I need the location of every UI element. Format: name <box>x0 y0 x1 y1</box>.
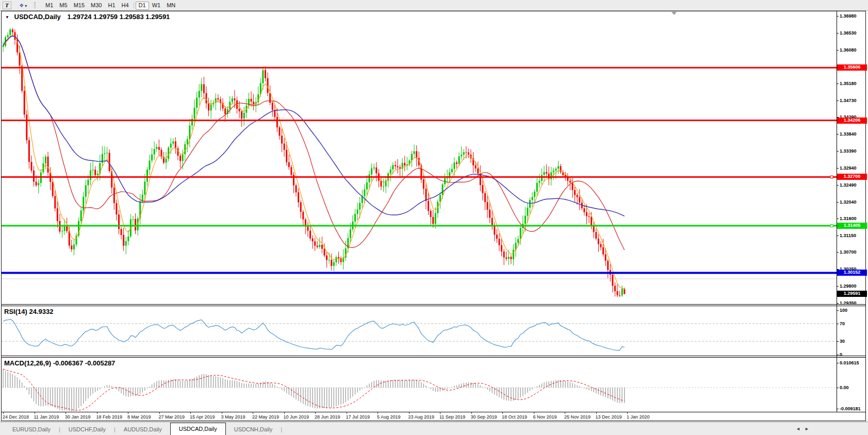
date-tick-mark <box>97 412 97 414</box>
price-tick-label: 1.29350 <box>840 300 867 306</box>
price-tick-label: 1.34730 <box>840 98 867 103</box>
timeframe-button-h4[interactable]: H4 <box>119 2 132 9</box>
date-label[interactable]: 8 Mar 2019 <box>127 414 151 420</box>
rsi-tick-mark <box>837 310 839 311</box>
timeframe-button-m30[interactable]: M30 <box>88 2 105 9</box>
timeframe-button-m1[interactable]: M1 <box>42 2 56 9</box>
timeframe-button-mn[interactable]: MN <box>163 2 178 9</box>
price-tick-mark <box>837 286 839 287</box>
chevron-down-icon[interactable]: ▾ <box>25 4 27 8</box>
macd-canvas[interactable] <box>2 358 837 412</box>
ohlc-high: 1.29759 <box>93 13 118 21</box>
pane-separator[interactable] <box>2 357 866 358</box>
toolbar-gripper <box>34 2 36 8</box>
date-label[interactable]: 10 Jun 2019 <box>284 414 309 420</box>
rsi-tick-label: 100 <box>840 308 867 313</box>
tab-usdchf[interactable]: USDCHF,Daily <box>60 424 114 435</box>
price-line-label: 1.30152 <box>837 270 867 276</box>
date-label[interactable]: 6 Nov 2019 <box>533 414 557 420</box>
tab-scroll-right-icon[interactable]: ► <box>805 427 809 431</box>
price-tick-mark <box>837 168 839 169</box>
timeframe-button-group: M1M5M15M30H1H4D1W1MN <box>42 0 178 9</box>
price-tick-label: 1.33840 <box>840 131 867 137</box>
date-label[interactable]: 22 May 2019 <box>252 414 279 420</box>
toolbar-separator <box>134 2 134 8</box>
date-tick-mark <box>534 412 534 414</box>
timeframe-button-w1[interactable]: W1 <box>149 2 164 9</box>
rsi-tick-mark <box>837 324 839 324</box>
tab-separator: | <box>281 426 282 435</box>
hline-handle <box>830 224 833 227</box>
price-tick-label: 1.33390 <box>840 148 867 154</box>
date-label[interactable]: 17 Jul 2019 <box>346 414 370 420</box>
date-label[interactable]: 11 Sep 2019 <box>439 414 465 420</box>
timeframe-button-d1[interactable]: D1 <box>136 2 149 10</box>
date-tick-mark <box>65 412 66 414</box>
toolbar: T ❖▾ M1M5M15M30H1H4D1W1MN <box>0 0 868 11</box>
date-tick-mark <box>190 412 191 414</box>
date-label[interactable]: 15 Apr 2019 <box>190 414 215 420</box>
date-label[interactable]: 11 Jan 2019 <box>34 414 59 420</box>
date-label[interactable]: 18 Feb 2019 <box>96 414 123 420</box>
date-label[interactable]: 24 Dec 2018 <box>3 414 29 420</box>
rsi-tick-mark <box>837 355 839 355</box>
tab-scroll-left-icon[interactable]: ◄ <box>796 427 800 431</box>
hline-1.30152 <box>2 272 837 274</box>
date-label[interactable]: 23 Aug 2019 <box>408 414 435 420</box>
tab-eurusd[interactable]: EURUSD,Daily <box>4 424 59 435</box>
price-tick-label: 1.36980 <box>840 13 867 19</box>
price-tick-mark <box>837 151 839 152</box>
date-tick-mark <box>502 412 503 414</box>
price-tick-mark <box>837 303 839 304</box>
timeframe-button-m15[interactable]: M15 <box>71 2 88 9</box>
price-tick-mark <box>837 50 839 51</box>
date-label[interactable]: 5 Aug 2019 <box>377 414 401 420</box>
tab-usdcad[interactable]: USDCAD,Daily <box>170 423 226 435</box>
ohlc-open: 1.29724 <box>67 13 91 21</box>
chart-collapse-icon[interactable]: ▼ <box>5 15 9 20</box>
price-tick-label: 1.32940 <box>840 165 867 171</box>
date-label[interactable]: 13 Dec 2019 <box>596 414 622 420</box>
tab-list: EURUSD,Daily|USDCHF,Daily|AUDUSD,DailyUS… <box>4 423 282 435</box>
tab-usdcnh[interactable]: USDCNH,Daily <box>226 424 281 435</box>
text-tool-button[interactable]: T <box>3 2 11 9</box>
window-layout-icon[interactable]: ❖ <box>19 3 24 8</box>
tab-audusd[interactable]: AUDUSD,Daily <box>116 424 170 435</box>
price-tick-mark <box>837 202 839 203</box>
pane-separator[interactable] <box>2 304 866 305</box>
price-tick-label: 1.32490 <box>840 182 867 188</box>
price-tick-label: 1.30700 <box>840 249 867 255</box>
date-tick-mark <box>3 412 4 414</box>
hline-1.34206 <box>2 120 837 121</box>
date-tick-mark <box>409 412 410 414</box>
chart-shift-marker[interactable] <box>672 12 677 15</box>
macd-tick-label: 0.010615 <box>840 360 867 365</box>
macd-tick-label: 0.00 <box>840 385 867 390</box>
timeframe-button-h1[interactable]: H1 <box>105 2 118 9</box>
pane-separator[interactable] <box>2 356 866 356</box>
main-chart-canvas[interactable] <box>2 11 837 304</box>
date-tick-mark <box>128 412 128 414</box>
date-tick-mark <box>378 412 378 414</box>
price-tick-mark <box>837 219 839 219</box>
date-label[interactable]: 3 May 2019 <box>221 414 245 420</box>
pane-separator <box>2 412 866 412</box>
timeframe-button-m5[interactable]: M5 <box>56 2 70 9</box>
date-label[interactable]: 25 Nov 2019 <box>564 414 591 420</box>
date-label[interactable]: 1 Jan 2020 <box>627 414 650 420</box>
rsi-tick-label: 70 <box>840 321 867 326</box>
symbol-period-label: USDCAD,Daily <box>14 13 61 21</box>
price-line-label: 1.34206 <box>837 118 867 124</box>
macd-tick-mark <box>837 409 839 409</box>
macd-histogram <box>3 369 625 411</box>
date-label[interactable]: 30 Jan 2019 <box>65 414 91 420</box>
date-label[interactable]: 28 Jun 2019 <box>315 414 340 420</box>
date-label[interactable]: 30 Sep 2019 <box>471 414 497 420</box>
date-tick-mark <box>627 412 628 414</box>
date-tick-mark <box>253 412 253 414</box>
price-tick-label: 1.32040 <box>840 199 867 205</box>
date-label[interactable]: 18 Oct 2019 <box>502 414 527 420</box>
ma-slow-line <box>3 36 625 216</box>
date-label[interactable]: 27 Mar 2019 <box>159 414 185 420</box>
rsi-canvas[interactable] <box>2 306 837 356</box>
